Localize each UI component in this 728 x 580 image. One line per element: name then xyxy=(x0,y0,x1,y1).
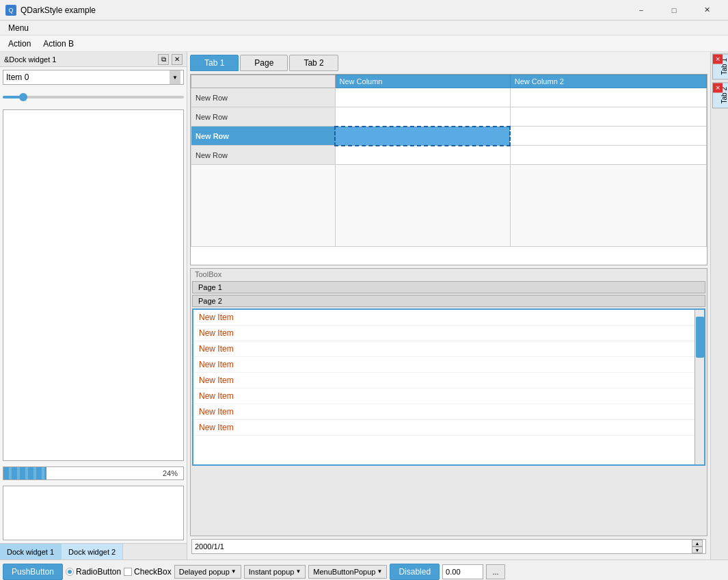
dock-close-button[interactable]: ✕ xyxy=(172,54,183,65)
table-area: New Column New Column 2 New Row New Row xyxy=(190,74,707,265)
slider-fill xyxy=(3,96,21,98)
action-button-1[interactable]: Action xyxy=(3,38,36,50)
table-row-empty xyxy=(191,165,707,247)
menu-button-arrow-icon: ▼ xyxy=(377,568,382,575)
table-header-col1[interactable]: New Column xyxy=(335,75,510,88)
menu-item-menu[interactable]: Menu xyxy=(3,22,34,34)
toolbox-item-3[interactable]: New Item xyxy=(193,341,704,357)
dock-title: &Dock widget 1 xyxy=(4,55,56,64)
checkbox-text: CheckBox xyxy=(134,567,172,577)
item-combo[interactable]: Item 0 ▼ xyxy=(3,70,184,85)
date-value: 2000/1/1 xyxy=(195,542,224,551)
table-row: New Row xyxy=(191,88,707,107)
title-bar: Q QDarkStyle example − □ ✕ xyxy=(0,0,728,21)
progress-fill xyxy=(3,467,46,479)
cell-2-2[interactable] xyxy=(510,107,706,127)
slider-thumb[interactable] xyxy=(19,93,27,101)
maximize-button[interactable]: □ xyxy=(658,0,690,21)
toolbox: ToolBox Page 1 Page 2 New Item New Item … xyxy=(190,268,707,536)
table-row-selected: New Row xyxy=(191,127,707,146)
minimize-button[interactable]: − xyxy=(625,0,657,21)
toolbox-item-2[interactable]: New Item xyxy=(193,326,704,341)
dock-title-bar: &Dock widget 1 ⧉ ✕ xyxy=(0,52,187,67)
right-tab-1-close[interactable]: ✕ xyxy=(713,54,723,64)
instant-popup-arrow-icon: ▼ xyxy=(295,568,301,575)
toolbox-item-5[interactable]: New Item xyxy=(193,373,704,388)
cell-empty-row xyxy=(191,165,336,247)
cell-4-1[interactable] xyxy=(335,146,510,165)
date-spin-down[interactable]: ▼ xyxy=(692,546,703,553)
tab-1[interactable]: Tab 1 xyxy=(190,55,239,71)
toolbox-item-6[interactable]: New Item xyxy=(193,388,704,404)
tab-page[interactable]: Page xyxy=(240,55,288,71)
cell-3-1-selected[interactable] xyxy=(335,127,510,146)
toolbox-item-7[interactable]: New Item xyxy=(193,404,704,420)
push-button[interactable]: PushButton xyxy=(3,564,63,580)
left-dock: &Dock widget 1 ⧉ ✕ Item 0 ▼ 24% xyxy=(0,52,187,559)
right-tab-2-close[interactable]: ✕ xyxy=(713,83,723,92)
number-input[interactable]: 0.00 xyxy=(442,564,483,579)
action-bar: Action Action B xyxy=(0,36,728,52)
right-tab-1[interactable]: Tab 1 ✕ xyxy=(712,53,728,79)
disabled-button[interactable]: Disabled xyxy=(390,564,440,580)
window-controls: − □ ✕ xyxy=(625,0,723,21)
tab-2[interactable]: Tab 2 xyxy=(289,55,338,71)
app-icon: Q xyxy=(5,5,16,16)
progress-label: 24% xyxy=(163,469,178,477)
delayed-popup-button[interactable]: Delayed popup ▼ xyxy=(174,565,241,579)
action-button-2[interactable]: Action B xyxy=(38,38,79,50)
toolbox-title: ToolBox xyxy=(191,269,707,280)
menu-button-popup[interactable]: MenuButtonPopup ▼ xyxy=(308,565,387,579)
slider-container xyxy=(3,90,184,104)
dock-bottom-tabs: Dock widget 1 Dock widget 2 xyxy=(0,543,187,559)
combo-arrow-icon: ▼ xyxy=(170,70,180,84)
toolbox-page-2[interactable]: Page 2 xyxy=(192,295,705,307)
window-title: QDarkStyle example xyxy=(21,5,96,15)
radio-inner xyxy=(68,570,72,574)
cell-2-1[interactable] xyxy=(335,107,510,127)
main-area: &Dock widget 1 ⧉ ✕ Item 0 ▼ 24% xyxy=(0,52,728,559)
toolbox-item-8[interactable]: New Item xyxy=(193,420,704,436)
dock-tab-2[interactable]: Dock widget 2 xyxy=(62,544,123,559)
cell-empty-2 xyxy=(510,165,706,247)
right-tab-2[interactable]: Tab 2 ✕ xyxy=(712,82,728,108)
center-content: Tab 1 Page Tab 2 New Column New Column 2… xyxy=(187,52,710,559)
date-row: 2000/1/1 ▲ ▼ xyxy=(190,536,707,557)
dock-list[interactable] xyxy=(3,109,184,461)
toolbox-item-4[interactable]: New Item xyxy=(193,357,704,373)
close-button[interactable]: ✕ xyxy=(691,0,723,21)
date-input[interactable]: 2000/1/1 ▲ ▼ xyxy=(191,539,706,554)
table-row: New Row xyxy=(191,107,707,127)
instant-popup-label: Instant popup xyxy=(249,568,295,576)
cell-4-2[interactable] xyxy=(510,146,706,165)
dock-title-controls: ⧉ ✕ xyxy=(158,54,183,65)
radio-button-text: RadioButton xyxy=(76,567,121,577)
date-spin-up[interactable]: ▲ xyxy=(692,540,703,546)
delayed-popup-label: Delayed popup xyxy=(179,568,230,576)
table-header-empty xyxy=(191,75,336,88)
cell-1-1[interactable] xyxy=(335,88,510,107)
table-header-col2[interactable]: New Column 2 xyxy=(510,75,706,88)
radio-button[interactable] xyxy=(66,568,74,576)
toolbox-list[interactable]: New Item New Item New Item New Item New … xyxy=(192,308,705,466)
cell-1-2[interactable] xyxy=(510,88,706,107)
right-tabs: Tab 1 ✕ Tab 2 ✕ xyxy=(710,52,728,559)
row-header-1: New Row xyxy=(191,88,336,107)
cell-3-2[interactable] xyxy=(510,127,706,146)
ellipsis-button[interactable]: ... xyxy=(486,564,505,579)
dock-restore-button[interactable]: ⧉ xyxy=(158,54,169,65)
progress-bar: 24% xyxy=(3,466,184,480)
toolbox-scroll-thumb[interactable] xyxy=(696,317,704,358)
instant-popup-button[interactable]: Instant popup ▼ xyxy=(244,565,306,579)
row-header-4: New Row xyxy=(191,146,336,165)
checkbox[interactable] xyxy=(124,568,132,576)
radio-button-label: RadioButton xyxy=(66,567,121,577)
toolbox-page-1[interactable]: Page 1 xyxy=(192,281,705,293)
row-header-2: New Row xyxy=(191,107,336,127)
dock-bottom-list[interactable] xyxy=(3,486,184,540)
toolbox-item-1[interactable]: New Item xyxy=(193,310,704,326)
dock-tab-1[interactable]: Dock widget 1 xyxy=(0,544,62,559)
slider-track[interactable] xyxy=(3,96,184,98)
cell-empty-1 xyxy=(335,165,510,247)
toolbox-scrollbar[interactable] xyxy=(695,310,704,464)
